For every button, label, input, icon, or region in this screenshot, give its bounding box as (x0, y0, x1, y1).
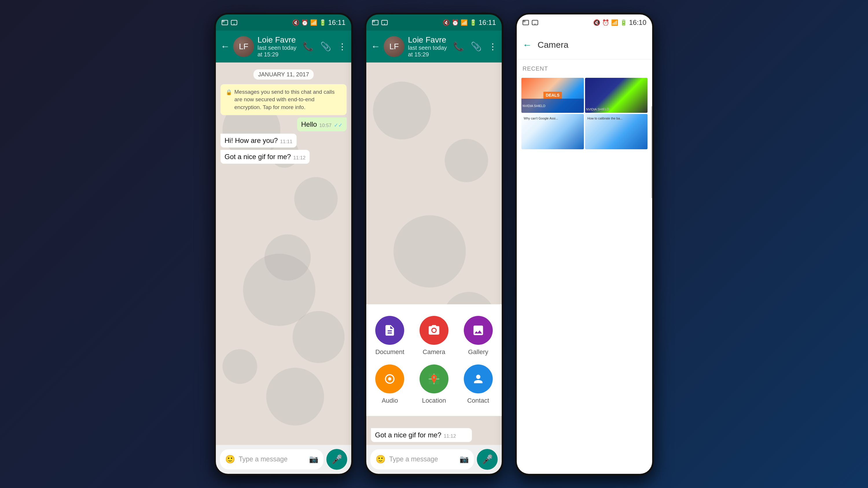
svg-point-3 (234, 24, 235, 24)
thumb-text-4: How to calibrate the ba... (587, 116, 645, 120)
camera-button-2[interactable]: 📷 (460, 455, 469, 464)
wifi-icon-2: 📶 (461, 19, 468, 26)
msg-text-hi: Hi! How are you? (224, 136, 278, 144)
document-label: Document (375, 348, 404, 356)
attach-item-contact[interactable]: Contact (460, 364, 496, 404)
status-bar-2: 🔇 ⏰ 📶 🔋 16:11 (366, 14, 502, 31)
contact-icon-circle (464, 364, 493, 393)
sim-icon-2 (372, 20, 378, 25)
thumb-text-2: NVIDIA SHIELD (586, 106, 646, 112)
msg-ticks-hello: ✓✓ (334, 122, 343, 128)
location-icon-svg (428, 372, 440, 385)
attach-item-audio[interactable]: Audio (372, 364, 408, 404)
tablet-icon-2 (381, 20, 388, 25)
more-icon-1[interactable]: ⋮ (338, 41, 347, 52)
message-input-box-1[interactable]: 🙂 Type a message 📷 (220, 449, 323, 469)
lock-icon-1: 🔒 (226, 89, 232, 96)
msg-received-1: Hi! How are you? 11:11 (220, 134, 297, 148)
mic-button-2[interactable]: 🎤 (477, 449, 498, 470)
tablet-icon (231, 20, 237, 25)
svg-point-7 (384, 24, 385, 24)
contact-info-1[interactable]: Loie Favre last seen today at 15:29 (257, 35, 299, 58)
attach-item-camera[interactable]: Camera (416, 316, 452, 356)
alarm-icon: ⏰ (301, 19, 308, 26)
status-left-3 (523, 20, 538, 25)
camera-button-1[interactable]: 📷 (309, 455, 318, 464)
document-icon-circle (375, 316, 404, 345)
back-button-1[interactable]: ← (220, 41, 230, 52)
last-message-area: Got a nice gif for me? 11:12 (371, 428, 497, 442)
sim-icon-3 (523, 20, 529, 25)
attach-item-gallery[interactable]: Gallery (460, 316, 496, 356)
contact-avatar-2[interactable]: LF (384, 36, 404, 57)
msg-received-gif-2: Got a nice gif for me? 11:12 (371, 428, 472, 442)
msg-text-gif-2: Got a nice gif for me? (375, 431, 441, 439)
message-placeholder-1[interactable]: Type a message (239, 455, 306, 463)
attach-icon-1[interactable]: 📎 (320, 41, 331, 52)
camera-label: Camera (423, 348, 445, 356)
emoji-button-1[interactable]: 🙂 (225, 454, 235, 464)
status-bar-1: 🔇 ⏰ 📶 🔋 16:11 (216, 14, 351, 31)
thumb-text-1: NVIDIA SHIELD (523, 104, 546, 108)
attach-menu: Document Camera (366, 304, 502, 416)
svg-rect-1 (222, 20, 224, 22)
date-badge-1: JANUARY 11, 2017 (253, 69, 314, 79)
phone-icon-1[interactable]: 📞 (303, 41, 313, 52)
attach-icon-2[interactable]: 📎 (471, 41, 482, 52)
more-icon-2[interactable]: ⋮ (488, 41, 497, 52)
alarm-icon-2: ⏰ (452, 19, 459, 26)
audio-icon-circle (375, 364, 404, 393)
contact-label: Contact (467, 397, 489, 404)
thumbnail-calibrate[interactable]: How to calibrate the ba... (585, 114, 648, 149)
back-button-2[interactable]: ← (371, 41, 380, 52)
battery-icon-3: 🔋 (620, 19, 627, 26)
mute-icon: 🔇 (292, 19, 300, 26)
thumb-overlay-1: NVIDIA SHIELD (521, 99, 584, 113)
status-right-3: 🔇 ⏰ 📶 🔋 16:10 (593, 19, 646, 27)
contact-name-1: Loie Favre (257, 35, 299, 44)
recent-section-label: RECENT (517, 60, 652, 78)
camera-screen: ← Camera RECENT DEALS NVIDIA SHIELD NVID… (517, 31, 652, 474)
chat-area-2: Got a nice gif for me? 11:12 Document (366, 63, 502, 445)
attach-item-document[interactable]: Document (372, 316, 408, 356)
header-actions-2: 📞 📎 ⋮ (453, 41, 497, 52)
avatar-initials-1: LF (233, 36, 254, 57)
status-time-2: 16:11 (478, 19, 496, 27)
phone-icon-2[interactable]: 📞 (453, 41, 464, 52)
chat-area-1: JANUARY 11, 2017 🔒 Messages you send to … (216, 63, 351, 445)
avatar-initials-2: LF (384, 36, 404, 57)
status-left-2 (372, 20, 388, 25)
document-icon (383, 324, 396, 337)
msg-text-gif: Got a nice gif for me? (224, 153, 291, 161)
messages-list-1: JANUARY 11, 2017 🔒 Messages you send to … (216, 63, 351, 169)
emoji-button-2[interactable]: 🙂 (376, 454, 386, 464)
gallery-icon-circle (464, 316, 493, 345)
camera-icon-circle (420, 316, 448, 345)
camera-header: ← Camera (517, 31, 652, 60)
mute-icon-3: 🔇 (593, 19, 600, 26)
attach-item-location[interactable]: Location (416, 364, 452, 404)
thumbnail-nvidia[interactable]: NVIDIA SHIELD (585, 78, 648, 113)
back-button-3[interactable]: ← (523, 40, 532, 50)
mic-button-1[interactable]: 🎤 (327, 449, 347, 470)
thumb-text-3: Why can't Google Assi... (524, 116, 582, 120)
mic-icon-2: 🎤 (482, 454, 493, 464)
thumbnail-google[interactable]: Why can't Google Assi... (521, 114, 584, 149)
contact-info-2[interactable]: Loie Favre last seen today at 15:29 (408, 35, 450, 58)
status-right-2: 🔇 ⏰ 📶 🔋 16:11 (443, 19, 496, 27)
wifi-icon-3: 📶 (611, 19, 618, 26)
battery-icon-2: 🔋 (470, 19, 477, 26)
message-input-box-2[interactable]: 🙂 Type a message 📷 (370, 449, 474, 469)
msg-time-hello: 10:57 (319, 123, 332, 128)
gallery-label: Gallery (468, 348, 488, 356)
input-bar-1: 🙂 Type a message 📷 🎤 (216, 445, 351, 474)
thumbnail-deals[interactable]: DEALS NVIDIA SHIELD (521, 78, 584, 113)
msg-sent-hello: Hello 10:57 ✓✓ (297, 118, 347, 131)
status-time: 16:11 (328, 19, 345, 27)
encryption-text-1: Messages you send to this chat and calls… (235, 88, 341, 111)
mute-icon-2: 🔇 (443, 19, 450, 26)
message-placeholder-2[interactable]: Type a message (389, 455, 456, 463)
contact-avatar-1[interactable]: LF (233, 36, 254, 57)
encryption-notice-1[interactable]: 🔒 Messages you send to this chat and cal… (220, 84, 347, 116)
mic-icon-1: 🎤 (332, 454, 342, 464)
